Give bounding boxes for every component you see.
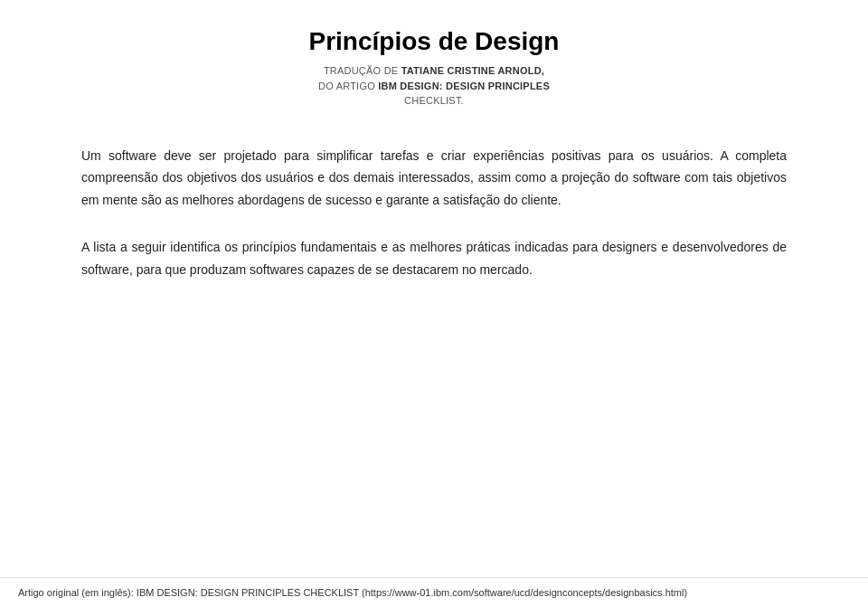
main-title: Princípios de Design — [54, 27, 814, 56]
subtitle-tradução-label: TRADUÇÃO DE — [324, 65, 398, 76]
paragraph-2: A lista a seguir identifica os princípio… — [81, 236, 787, 280]
footer-text: Artigo original (em inglês): IBM DESIGN:… — [18, 587, 687, 598]
paragraph-1: Um software deve ser projetado para simp… — [81, 145, 787, 212]
subtitle-checklist: CHECKLIST. — [404, 95, 464, 106]
subtitle-block: TRADUÇÃO DE TATIANE CRISTINE ARNOLD, DO … — [54, 63, 814, 109]
subtitle-article: IBM DESIGN: DESIGN PRINCIPLES — [378, 81, 550, 91]
subtitle-artigo-label: DO ARTIGO — [318, 81, 375, 91]
subtitle-author: TATIANE CRISTINE ARNOLD, — [401, 65, 544, 76]
content-area: Um software deve ser projetado para simp… — [81, 145, 787, 281]
header: Princípios de Design TRADUÇÃO DE TATIANE… — [54, 27, 814, 109]
footer: Artigo original (em inglês): IBM DESIGN:… — [0, 577, 868, 607]
